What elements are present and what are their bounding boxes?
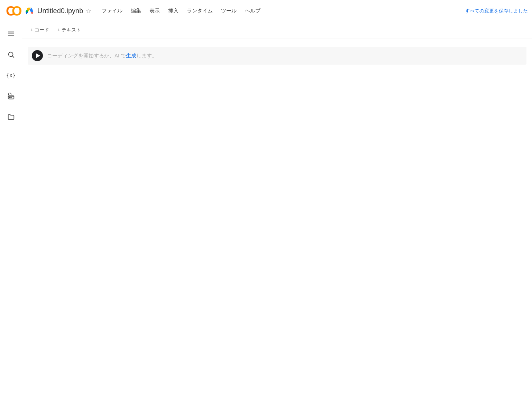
toolbar: + コード + テキスト bbox=[22, 22, 532, 38]
search-icon[interactable] bbox=[5, 48, 17, 61]
cell-placeholder[interactable]: コーディングを開始するか、AI で生成します。 bbox=[47, 53, 157, 59]
menu-item-edit[interactable]: 編集 bbox=[127, 6, 145, 16]
files-icon[interactable] bbox=[5, 111, 17, 123]
svg-point-6 bbox=[8, 52, 13, 57]
menu-bar: ファイル 編集 表示 挿入 ランタイム ツール ヘルプ bbox=[98, 6, 264, 16]
add-text-label: + テキスト bbox=[57, 27, 81, 33]
save-status[interactable]: すべての変更を保存しました bbox=[465, 8, 528, 14]
add-code-button[interactable]: + コード bbox=[28, 26, 52, 35]
header: C O Untitled0.ipynb ☆ ファイル 編集 表示 挿入 ランタイ… bbox=[0, 0, 532, 22]
code-cell: コーディングを開始するか、AI で生成します。 bbox=[28, 47, 526, 65]
menu-item-runtime[interactable]: ランタイム bbox=[183, 6, 216, 16]
variables-icon[interactable]: {x} bbox=[5, 69, 17, 82]
add-code-label: + コード bbox=[30, 27, 49, 33]
sidebar: {x} bbox=[0, 22, 22, 410]
svg-text:O: O bbox=[12, 4, 22, 18]
menu-item-insert[interactable]: 挿入 bbox=[165, 6, 182, 16]
drive-icon-area bbox=[26, 7, 35, 15]
star-icon[interactable]: ☆ bbox=[86, 7, 91, 15]
add-text-button[interactable]: + テキスト bbox=[55, 26, 84, 35]
menu-item-help[interactable]: ヘルプ bbox=[241, 6, 264, 16]
file-title[interactable]: Untitled0.ipynb bbox=[37, 7, 83, 15]
svg-point-10 bbox=[11, 97, 11, 98]
svg-line-7 bbox=[12, 56, 14, 57]
menu-item-view[interactable]: 表示 bbox=[146, 6, 163, 16]
ai-generate-link[interactable]: 生成 bbox=[126, 53, 136, 58]
menu-item-file[interactable]: ファイル bbox=[98, 6, 126, 16]
content-area: + コード + テキスト コーディングを開始するか、AI で生成します。 bbox=[22, 22, 532, 410]
menu-item-tools[interactable]: ツール bbox=[218, 6, 240, 16]
main-layout: {x} + コード + テキスト bbox=[0, 22, 532, 410]
colab-logo[interactable]: C O bbox=[4, 2, 23, 20]
secrets-icon[interactable] bbox=[5, 90, 17, 102]
table-of-contents-icon[interactable] bbox=[5, 28, 17, 40]
drive-icon bbox=[26, 7, 33, 15]
notebook-area: コーディングを開始するか、AI で生成します。 bbox=[22, 38, 532, 410]
svg-point-9 bbox=[9, 97, 10, 98]
run-cell-button[interactable] bbox=[32, 50, 43, 61]
